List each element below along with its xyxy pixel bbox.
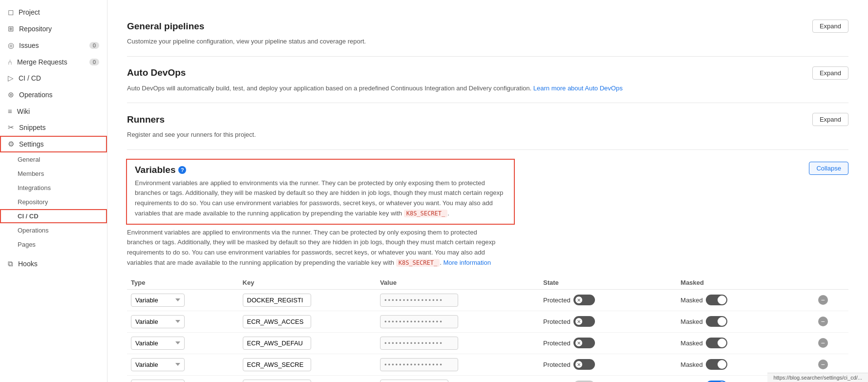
state-toggle[interactable]: ✕	[573, 338, 595, 348]
type-select[interactable]: Variable	[131, 380, 185, 382]
sidebar-item-label: Project	[19, 8, 40, 16]
variables-full-desc: Environment variables are applied to env…	[127, 228, 498, 268]
masked-label: Masked	[680, 340, 703, 347]
masked-cell: Masked	[677, 354, 814, 375]
sidebar-item-label: Repository	[19, 25, 52, 33]
subitem-label: Members	[18, 170, 44, 177]
action-cell: −	[814, 354, 848, 375]
delete-button[interactable]: −	[818, 295, 828, 305]
delete-button[interactable]: −	[818, 360, 828, 369]
sidebar-item-label: Operations	[19, 91, 52, 99]
section-header: Runners Expand	[127, 113, 848, 126]
masked-cell: Masked	[677, 289, 814, 311]
sidebar-subitem-pages[interactable]: Pages	[0, 237, 107, 252]
learn-more-link[interactable]: Learn more about Auto DevOps	[533, 85, 623, 92]
subitem-label: CI / CD	[18, 212, 39, 220]
key-cell	[239, 354, 376, 375]
sidebar-item-label: CI / CD	[19, 74, 41, 82]
section-header: Auto DevOps Expand	[127, 66, 848, 80]
toggle-slider: ✕	[573, 295, 595, 305]
key-cell	[239, 289, 376, 311]
toggle-slider	[706, 359, 727, 370]
masked-label: Masked	[680, 297, 703, 304]
expand-auto-devops-button[interactable]: Expand	[812, 66, 848, 80]
toggle-slider: ✕	[573, 359, 595, 370]
key-input[interactable]	[243, 294, 311, 307]
sidebar-subitem-cicd[interactable]: CI / CD	[0, 209, 107, 223]
state-toggle-wrap: Protected ✕	[543, 295, 673, 305]
masked-toggle[interactable]	[706, 316, 727, 327]
key-cell	[239, 375, 376, 382]
sidebar-item-cicd[interactable]: ▷ CI / CD	[0, 70, 107, 86]
cicd-icon: ▷	[8, 74, 14, 83]
table-row: Variable•••••••••••••••• Protected ✕ Mas…	[127, 354, 848, 375]
col-header-masked: Masked	[677, 276, 814, 290]
key-input[interactable]	[243, 337, 311, 350]
key-input[interactable]	[243, 380, 311, 382]
issues-badge: 0	[89, 42, 99, 49]
type-select[interactable]: Variable	[131, 337, 185, 350]
variables-desc: Environment variables are applied to env…	[135, 178, 506, 219]
masked-value: ••••••••••••••••	[380, 337, 458, 350]
sidebar-item-label: Snippets	[19, 124, 45, 131]
expand-runners-button[interactable]: Expand	[812, 113, 848, 126]
toggle-x-icon: ✕	[575, 361, 582, 368]
type-cell: Variable	[127, 311, 239, 332]
toggle-x-icon: ✕	[575, 318, 582, 325]
section-desc: Register and see your runners for this p…	[127, 130, 848, 140]
state-toggle-wrap: Protected ✕	[543, 316, 673, 327]
variables-title: Variables ?	[135, 165, 506, 175]
masked-cell: Masked	[677, 332, 814, 354]
masked-toggle-wrap: Masked	[680, 359, 810, 370]
expand-general-pipelines-button[interactable]: Expand	[812, 20, 848, 33]
type-select[interactable]: Variable	[131, 358, 185, 371]
sidebar-item-operations[interactable]: ⊛ Operations	[0, 86, 107, 103]
sidebar-item-issues[interactable]: ◎ Issues 0	[0, 37, 107, 54]
collapse-variables-button[interactable]: Collapse	[809, 162, 848, 175]
key-input[interactable]	[243, 315, 311, 328]
sidebar-subitem-integrations[interactable]: Integrations	[0, 181, 107, 195]
k8s-badge-2: K8S_SECRET_	[396, 259, 440, 267]
action-cell: −	[814, 289, 848, 311]
masked-toggle[interactable]	[706, 338, 727, 348]
delete-button[interactable]: −	[818, 338, 828, 348]
merge-icon: ⑃	[8, 58, 12, 66]
sidebar-item-settings[interactable]: ⚙ Settings	[0, 136, 107, 152]
sidebar-item-wiki[interactable]: ≡ Wiki	[0, 103, 107, 119]
type-select[interactable]: Variable	[131, 315, 185, 328]
delete-button[interactable]: −	[818, 317, 828, 326]
state-cell: Protected ✕	[539, 375, 677, 382]
sidebar-item-merge-requests[interactable]: ⑃ Merge Requests 0	[0, 54, 107, 70]
type-cell: Variable	[127, 375, 239, 382]
col-header-value: Value	[376, 276, 539, 290]
key-input[interactable]	[243, 358, 311, 371]
state-label: Protected	[543, 340, 571, 347]
section-header: General pipelines Expand	[127, 20, 848, 33]
state-toggle[interactable]: ✕	[573, 295, 595, 305]
sidebar-item-label: Hooks	[18, 260, 38, 268]
sidebar-subitem-repository[interactable]: Repository	[0, 195, 107, 209]
variables-header: Variables ? Environment variables are ap…	[127, 160, 848, 224]
type-select[interactable]: Variable	[131, 294, 185, 307]
value-cell: ••••••••••••••••	[376, 289, 539, 311]
masked-toggle[interactable]	[706, 359, 727, 370]
masked-toggle[interactable]	[706, 295, 727, 305]
sidebar-subitem-operations[interactable]: Operations	[0, 223, 107, 237]
subitem-label: Operations	[18, 227, 49, 234]
value-input[interactable]	[380, 380, 448, 382]
sidebar-item-hooks[interactable]: ⧉ Hooks	[0, 255, 107, 272]
sidebar-subitem-members[interactable]: Members	[0, 167, 107, 181]
sidebar-item-snippets[interactable]: ✂ Snippets	[0, 119, 107, 136]
sidebar-item-project[interactable]: ◻ Project	[0, 4, 107, 21]
masked-value: ••••••••••••••••	[380, 294, 458, 307]
state-toggle[interactable]: ✕	[573, 316, 595, 327]
value-cell	[376, 375, 539, 382]
variables-help-icon[interactable]: ?	[178, 166, 186, 174]
sidebar-subitem-general[interactable]: General	[0, 152, 107, 167]
sidebar-item-repository[interactable]: ⊞ Repository	[0, 21, 107, 37]
variables-section: Variables ? Environment variables are ap…	[127, 150, 848, 382]
col-header-key: Key	[239, 276, 376, 290]
wiki-icon: ≡	[8, 107, 12, 115]
more-information-link[interactable]: More information	[443, 259, 491, 266]
state-toggle[interactable]: ✕	[573, 359, 595, 370]
